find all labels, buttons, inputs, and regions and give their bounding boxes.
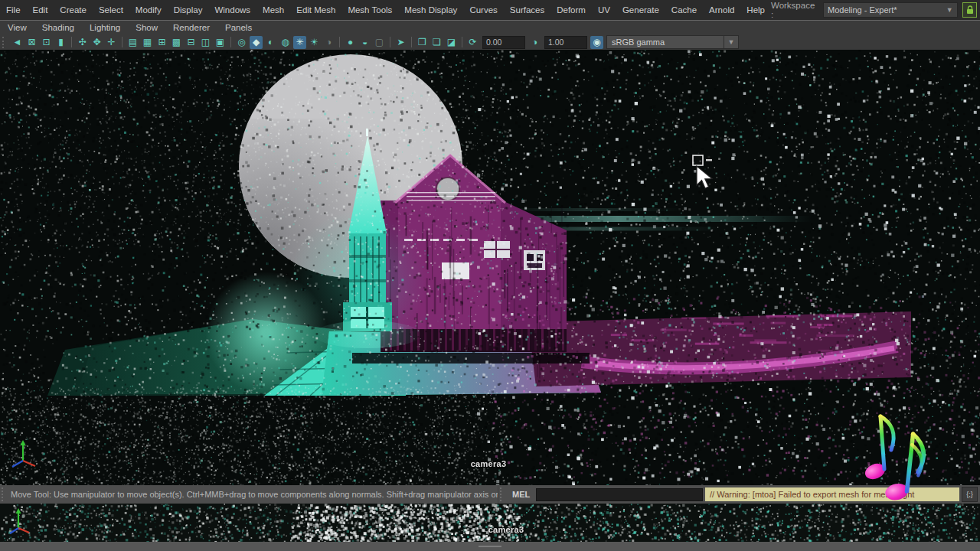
menu-item-deform[interactable]: Deform	[550, 0, 592, 20]
mouse-cursor	[691, 154, 722, 192]
view-transform-toggle[interactable]: ◉	[590, 36, 603, 49]
workspace-group: Workspace : Modeling - Expert* ▼	[771, 1, 980, 19]
fog-icon[interactable]: ◒	[358, 36, 371, 49]
status-command-bar: Move Tool: Use manipulator to move objec…	[0, 485, 980, 504]
textured-icon[interactable]: ◍	[279, 36, 292, 49]
toolbar-separator	[390, 37, 390, 47]
film-gate-icon[interactable]: ▦	[141, 36, 154, 49]
menu-item-windows[interactable]: Windows	[208, 0, 256, 20]
panel-menu-item-shading[interactable]: Shading	[34, 21, 82, 34]
menu-item-curves[interactable]: Curves	[463, 0, 503, 20]
panel-menu-item-view[interactable]: View	[0, 21, 34, 34]
menu-item-select[interactable]: Select	[93, 0, 129, 20]
menu-item-edit[interactable]: Edit	[27, 0, 54, 20]
menu-item-modify[interactable]: Modify	[129, 0, 168, 20]
gamma-icon[interactable]: ◑	[528, 36, 541, 49]
toolbar-separator	[411, 37, 412, 47]
toolbar-grip[interactable]	[2, 37, 8, 48]
field-chart-icon[interactable]: ⊟	[185, 36, 198, 49]
resolution-gate-icon[interactable]: ⊞	[155, 36, 168, 49]
chevron-down-icon[interactable]: ▼	[724, 35, 739, 49]
camera-attributes-icon[interactable]: ⊡	[40, 36, 53, 49]
menu-item-cache[interactable]: Cache	[665, 0, 703, 20]
menu-item-display[interactable]: Display	[168, 0, 209, 20]
view-axis-gizmo	[6, 436, 40, 470]
gate-mask-icon[interactable]: ▩	[170, 36, 183, 49]
toolbar-separator	[122, 37, 122, 47]
chevron-down-icon: ▼	[946, 6, 953, 14]
command-line-grip[interactable]	[500, 487, 506, 501]
screen-space-aa-icon[interactable]: ✳	[293, 36, 306, 49]
workspace-dropdown[interactable]: Modeling - Expert* ▼	[823, 2, 958, 18]
image-plane-icon[interactable]: ✣	[76, 36, 89, 49]
toolbar-separator	[462, 37, 462, 47]
maya-window: { "menu_bar": { "items": ["File","Edit",…	[0, 0, 980, 551]
lock-camera-icon[interactable]: ⊠	[25, 36, 38, 49]
script-editor-button[interactable]: {;}	[962, 487, 978, 502]
secondary-render-view[interactable]	[0, 504, 980, 542]
select-camera-icon[interactable]: ◄	[11, 36, 24, 49]
gradient-background-icon[interactable]: ◪	[445, 36, 458, 49]
toolbar-separator	[230, 37, 231, 47]
command-language-label[interactable]: MEL	[509, 490, 536, 499]
bookmark-icon[interactable]: ▮	[54, 36, 67, 49]
lights-icon[interactable]: ☀	[308, 36, 321, 49]
view-transform-dropdown[interactable]: sRGB gamma	[606, 35, 724, 49]
panel-menu-item-panels[interactable]: Panels	[217, 21, 260, 34]
panel-menu-item-show[interactable]: Show	[128, 21, 165, 34]
safe-title-icon[interactable]: ▣	[214, 36, 227, 49]
menu-item-mesh-display[interactable]: Mesh Display	[398, 0, 463, 20]
main-menu-items: FileEditCreateSelectModifyDisplayWindows…	[0, 0, 771, 20]
panel-menu-item-lighting[interactable]: Lighting	[82, 21, 128, 34]
resize-handle[interactable]	[479, 546, 501, 547]
panel-menu-item-renderer[interactable]: Renderer	[165, 21, 217, 34]
gamma-field[interactable]: 1.00	[544, 36, 587, 49]
grid-icon[interactable]: ▤	[126, 36, 139, 49]
view-axis-gizmo	[6, 507, 34, 537]
workspace-value: Modeling - Expert*	[828, 5, 897, 15]
secondary-viewport-strip[interactable]: camera3	[0, 504, 980, 542]
pan-zoom-icon[interactable]: ✥	[90, 36, 103, 49]
gamma-value: 1.00	[548, 37, 564, 47]
headsup-display-icon[interactable]: ◎	[235, 36, 248, 49]
select-tool-icon[interactable]: ➤	[394, 36, 407, 49]
mel-command-input[interactable]	[536, 488, 703, 501]
main-menu-bar: FileEditCreateSelectModifyDisplayWindows…	[0, 0, 980, 20]
panel-bar: ViewShadingLightingShowRendererPanels ◄⊠…	[0, 20, 980, 50]
refresh-icon[interactable]: ⟳	[466, 36, 479, 49]
arnold-render-view[interactable]	[0, 50, 980, 485]
menu-item-mesh-tools[interactable]: Mesh Tools	[341, 0, 398, 20]
camera-label: camera3	[488, 525, 524, 534]
tear-off-copy-icon[interactable]: ❏	[430, 36, 443, 49]
menu-item-help[interactable]: Help	[740, 0, 771, 20]
workspace-lock-button[interactable]	[962, 2, 978, 18]
help-line-grip[interactable]	[2, 487, 8, 501]
wireframe-on-shaded-icon[interactable]: ◐	[264, 36, 277, 49]
smooth-shade-icon[interactable]: ◆	[250, 36, 263, 49]
viewport-panel[interactable]: camera3	[0, 50, 980, 485]
panel-toolbar-icons: ◄⊠⊡▮✣✥✛▤▦⊞▩⊟◫▣◎◆◐◍✳☀◑●◒▢➤❐❏◪⟳	[10, 36, 480, 49]
xray-icon[interactable]: ▢	[373, 36, 386, 49]
window-bottom-bar	[0, 542, 980, 551]
menu-item-mesh[interactable]: Mesh	[256, 0, 290, 20]
exposure-value: 0.00	[486, 37, 501, 47]
duplicate-view-icon[interactable]: ❐	[416, 36, 429, 49]
menu-item-surfaces[interactable]: Surfaces	[504, 0, 550, 20]
menu-item-generate[interactable]: Generate	[616, 0, 665, 20]
menu-item-arnold[interactable]: Arnold	[703, 0, 740, 20]
shadows-icon[interactable]: ◑	[322, 36, 335, 49]
menu-item-uv[interactable]: UV	[592, 0, 616, 20]
menu-item-edit-mesh[interactable]: Edit Mesh	[290, 0, 341, 20]
view-transform-icon: ◉	[593, 36, 600, 49]
workspace-label: Workspace :	[771, 1, 818, 19]
panel-menu-bar: ViewShadingLightingShowRendererPanels	[0, 21, 980, 34]
menu-item-file[interactable]: File	[0, 0, 27, 20]
isolate-select-icon[interactable]: ●	[344, 36, 357, 49]
toolbar-separator	[71, 37, 72, 47]
view-transform-value: sRGB gamma	[612, 37, 665, 47]
camera-label: camera3	[471, 459, 507, 468]
oversampling-icon[interactable]: ✛	[105, 36, 118, 49]
exposure-field[interactable]: 0.00	[482, 36, 525, 49]
menu-item-create[interactable]: Create	[54, 0, 93, 20]
safe-action-icon[interactable]: ◫	[199, 36, 212, 49]
